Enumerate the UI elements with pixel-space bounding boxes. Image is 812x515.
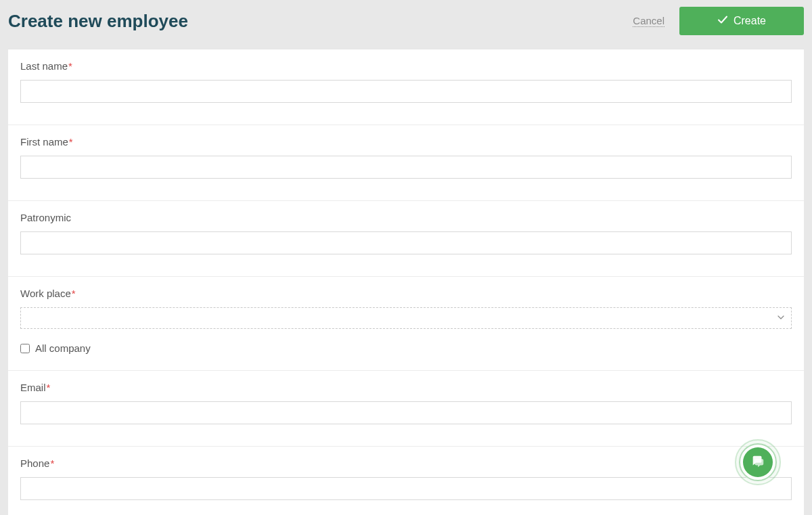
first-name-label-text: First name <box>20 136 68 148</box>
email-label: Email* <box>20 382 792 393</box>
work-place-select[interactable] <box>20 307 792 329</box>
field-group-first-name: First name* <box>8 125 804 201</box>
patronymic-input[interactable] <box>20 231 792 254</box>
phone-input[interactable] <box>20 477 792 500</box>
form-card: Last name* First name* Patronymic Work p… <box>8 49 804 515</box>
field-group-last-name: Last name* <box>8 49 804 125</box>
field-group-patronymic: Patronymic <box>8 201 804 277</box>
page-header: Create new employee Cancel Create <box>0 0 812 49</box>
work-place-select-wrap <box>20 307 792 329</box>
check-icon <box>717 14 728 28</box>
patronymic-label-text: Patronymic <box>20 212 71 223</box>
field-group-email: Email* <box>8 371 804 447</box>
all-company-label[interactable]: All company <box>35 342 91 354</box>
chat-fab <box>734 438 782 487</box>
create-button[interactable]: Create <box>679 7 804 35</box>
work-place-label: Work place* <box>20 288 792 299</box>
email-input[interactable] <box>20 401 792 424</box>
field-group-phone: Phone* <box>8 447 804 515</box>
all-company-checkbox[interactable] <box>20 344 30 353</box>
all-company-row: All company <box>20 342 792 354</box>
field-group-work-place: Work place* All company <box>8 277 804 371</box>
header-actions: Cancel Create <box>633 7 804 35</box>
create-button-label: Create <box>734 15 766 27</box>
page-title: Create new employee <box>8 11 188 32</box>
first-name-label: First name* <box>20 136 792 148</box>
chat-icon <box>750 453 765 471</box>
required-marker: * <box>50 457 54 469</box>
patronymic-label: Patronymic <box>20 212 792 223</box>
phone-label: Phone* <box>20 457 792 469</box>
cancel-link[interactable]: Cancel <box>633 15 664 27</box>
last-name-input[interactable] <box>20 80 792 103</box>
chat-button[interactable] <box>743 447 773 477</box>
email-label-text: Email <box>20 382 46 393</box>
phone-label-text: Phone <box>20 457 49 469</box>
first-name-input[interactable] <box>20 156 792 179</box>
required-marker: * <box>69 136 73 148</box>
required-marker: * <box>68 60 72 72</box>
required-marker: * <box>72 288 76 299</box>
required-marker: * <box>47 382 51 393</box>
work-place-label-text: Work place <box>20 288 71 299</box>
last-name-label: Last name* <box>20 60 792 72</box>
last-name-label-text: Last name <box>20 60 68 72</box>
